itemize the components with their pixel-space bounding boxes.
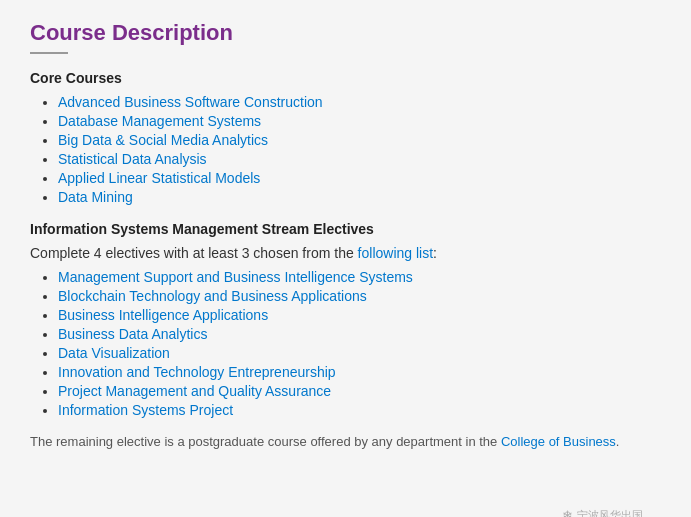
page-title: Course Description [30,20,661,46]
list-item: Business Intelligence Applications [58,307,661,323]
list-item: Database Management Systems [58,113,661,129]
list-item: Data Mining [58,189,661,205]
title-underline [30,52,68,54]
electives-list: Management Support and Business Intellig… [30,269,661,418]
list-item: Business Data Analytics [58,326,661,342]
elective-link[interactable]: Information Systems Project [58,402,233,418]
elective-link[interactable]: Management Support and Business Intellig… [58,269,413,285]
elective-link[interactable]: Business Data Analytics [58,326,207,342]
elective-link[interactable]: Business Intelligence Applications [58,307,268,323]
course-link[interactable]: Database Management Systems [58,113,261,129]
list-item: Advanced Business Software Construction [58,94,661,110]
footer-text: The remaining elective is a postgraduate… [30,432,661,452]
elective-link[interactable]: Blockchain Technology and Business Appli… [58,288,367,304]
electives-description: Complete 4 electives with at least 3 cho… [30,245,661,261]
core-courses-heading: Core Courses [30,70,661,86]
list-item: Big Data & Social Media Analytics [58,132,661,148]
course-link[interactable]: Applied Linear Statistical Models [58,170,260,186]
footer-after: . [616,434,620,449]
footer-before: The remaining elective is a postgraduate… [30,434,501,449]
watermark-icon: ❄ [562,508,573,517]
course-link[interactable]: Advanced Business Software Construction [58,94,323,110]
list-item: Applied Linear Statistical Models [58,170,661,186]
watermark: ❄ 宁波风华出国 [562,508,643,517]
page-wrapper: Course Description Core Courses Advanced… [30,20,661,517]
course-link[interactable]: Statistical Data Analysis [58,151,207,167]
electives-heading: Information Systems Management Stream El… [30,221,661,237]
list-item: Information Systems Project [58,402,661,418]
college-link[interactable]: College of Business [501,434,616,449]
list-item: Statistical Data Analysis [58,151,661,167]
list-item: Innovation and Technology Entrepreneursh… [58,364,661,380]
electives-desc-after: : [433,245,437,261]
list-item: Management Support and Business Intellig… [58,269,661,285]
elective-link[interactable]: Project Management and Quality Assurance [58,383,331,399]
list-item: Project Management and Quality Assurance [58,383,661,399]
elective-link[interactable]: Innovation and Technology Entrepreneursh… [58,364,336,380]
list-item: Data Visualization [58,345,661,361]
following-list-link[interactable]: following list [358,245,433,261]
list-item: Blockchain Technology and Business Appli… [58,288,661,304]
electives-desc-before: Complete 4 electives with at least 3 cho… [30,245,358,261]
course-link[interactable]: Data Mining [58,189,133,205]
elective-link[interactable]: Data Visualization [58,345,170,361]
course-link[interactable]: Big Data & Social Media Analytics [58,132,268,148]
watermark-text: 宁波风华出国 [577,508,643,517]
core-courses-list: Advanced Business Software Construction … [30,94,661,205]
